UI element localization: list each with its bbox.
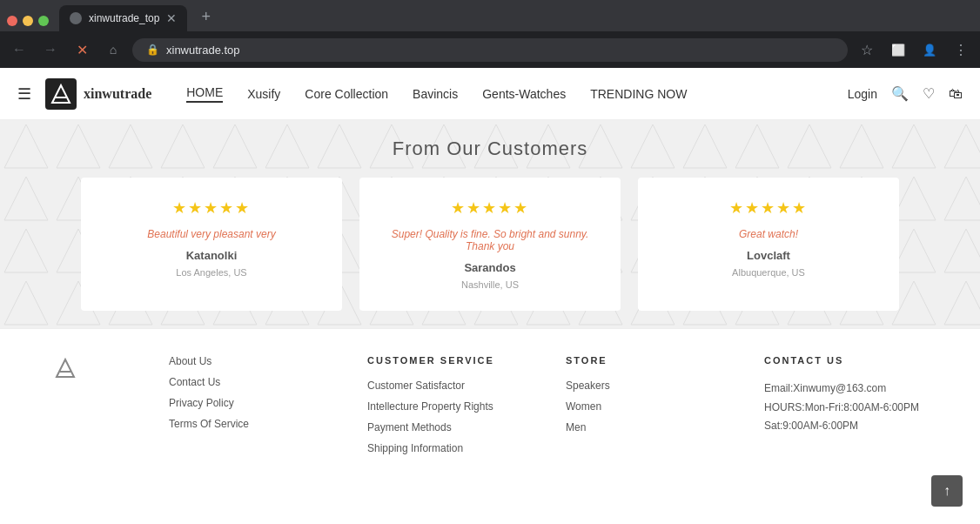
browser-tab[interactable]: xinwutrade_top ✕ [59,5,187,31]
footer-grid: About Us Contact Us Privacy Policy Terms… [52,355,928,463]
tab-close-button[interactable]: ✕ [166,11,177,25]
nav-link-bavincis[interactable]: Bavincis [413,87,458,101]
reviewer-location-1: Los Angeles, US [98,267,325,278]
reviewer-name-1: Katanolki [98,249,325,262]
footer-link-privacy-policy[interactable]: Privacy Policy [169,397,332,409]
review-stars-2: ★★★★★ [377,198,603,218]
tab-title: xinwutrade_top [89,12,159,24]
address-bar-row: ← → ✕ ⌂ 🔒 xinwutrade.top ☆ ⬜ 👤 ⋮ [0,31,980,68]
window-minimize-control[interactable] [23,16,33,26]
review-text-2: Super! Quality is fine. So bright and su… [377,228,603,252]
reload-button[interactable]: ✕ [70,37,94,62]
footer-link-women[interactable]: Women [566,400,729,413]
hamburger-menu-icon[interactable]: ☰ [17,84,31,104]
footer-link-speakers[interactable]: Speakers [566,380,729,392]
reviewer-location-3: Albuquerque, US [655,267,882,278]
footer-logo-svg [52,355,78,381]
review-text-3: Great watch! [655,228,882,240]
review-card-3: ★★★★★ Great watch! Lovclaft Albuquerque,… [638,178,899,311]
review-stars-3: ★★★★★ [655,198,882,218]
footer-info-column: About Us Contact Us Privacy Policy Terms… [169,355,332,463]
home-button[interactable]: ⌂ [101,37,125,62]
url-display: xinwutrade.top [166,44,240,57]
reviews-title: From Our Customers [17,138,963,160]
nav-link-core-collection[interactable]: Core Collection [305,87,388,101]
window-maximize-control[interactable] [38,16,49,26]
bookmark-button[interactable]: ☆ [855,37,879,62]
nav-link-home[interactable]: HOME [186,85,223,103]
site-navigation: ☰ xinwutrade HOME Xusify Core Collection… [0,68,980,120]
reviewer-name-3: Lovclaft [655,249,882,262]
nav-actions: Login 🔍 ♡ 🛍 [848,85,963,102]
extensions-button[interactable]: ⬜ [886,37,910,62]
search-button[interactable]: 🔍 [891,85,909,102]
footer-link-customer-satisfactor[interactable]: Customer Satisfactor [367,380,531,392]
footer-link-shipping-information[interactable]: Shipping Information [367,442,531,454]
wishlist-button[interactable]: ♡ [923,85,935,102]
footer-customer-service-column: CUSTOMER SERVICE Customer Satisfactor In… [367,355,531,463]
nav-link-gents-watches[interactable]: Gents-Watches [482,87,566,101]
footer-link-about-us[interactable]: About Us [169,355,332,367]
address-bar-icon: 🔒 [146,44,159,56]
review-stars-1: ★★★★★ [98,198,325,218]
footer-logo-column [52,355,134,463]
back-button[interactable]: ← [7,37,31,62]
login-button[interactable]: Login [848,87,877,101]
reviews-section: From Our Customers ★★★★★ Beautiful very … [0,120,980,328]
cart-button[interactable]: 🛍 [949,86,963,102]
footer-link-intellecture-property-rights[interactable]: Intellecture Property Rights [367,400,531,413]
website-content: ☰ xinwutrade HOME Xusify Core Collection… [0,68,980,489]
footer-link-men[interactable]: Men [566,421,729,433]
logo-text: xinwutrade [84,86,151,102]
site-logo[interactable]: xinwutrade [45,78,151,110]
footer-contact-text: Email:Xinwumy@163.com HOURS:Mon-Fri:8:00… [764,380,928,436]
nav-link-xusify[interactable]: Xusify [247,87,280,101]
footer-store-column: STORE Speakers Women Men [566,355,729,463]
reviewer-location-2: Nashville, US [377,279,603,290]
svg-rect-0 [45,78,77,110]
menu-button[interactable]: ⋮ [949,37,973,62]
main-nav-links: HOME Xusify Core Collection Bavincis Gen… [186,85,848,103]
review-card-2: ★★★★★ Super! Quality is fine. So bright … [359,178,621,311]
svg-marker-3 [57,359,74,377]
reviews-grid: ★★★★★ Beautiful very pleasant very Katan… [17,178,963,311]
nav-link-trending-now[interactable]: TRENDING NOW [590,87,687,101]
reviewer-name-2: Sarandos [377,261,603,274]
footer: About Us Contact Us Privacy Policy Terms… [0,328,980,489]
footer-link-terms-of-service[interactable]: Terms Of Service [169,418,332,430]
footer-customer-service-heading: CUSTOMER SERVICE [367,355,531,366]
footer-contact-column: CONTACT US Email:Xinwumy@163.com HOURS:M… [764,355,928,463]
profile-button[interactable]: 👤 [917,37,942,62]
footer-link-payment-methods[interactable]: Payment Methods [367,421,531,433]
footer-link-contact-us[interactable]: Contact Us [169,376,332,388]
footer-contact-heading: CONTACT US [764,355,928,366]
new-tab-button[interactable]: + [194,9,218,31]
forward-button[interactable]: → [38,37,63,62]
address-bar[interactable]: 🔒 xinwutrade.top [132,38,848,62]
window-close-control[interactable] [7,16,17,26]
review-card-1: ★★★★★ Beautiful very pleasant very Katan… [81,178,342,311]
review-text-1: Beautiful very pleasant very [98,228,325,240]
logo-svg [45,78,77,110]
footer-store-heading: STORE [566,355,729,366]
footer-logo-mark [52,355,134,387]
scroll-to-top-button[interactable]: ↑ [931,475,963,507]
tab-favicon [70,12,82,24]
